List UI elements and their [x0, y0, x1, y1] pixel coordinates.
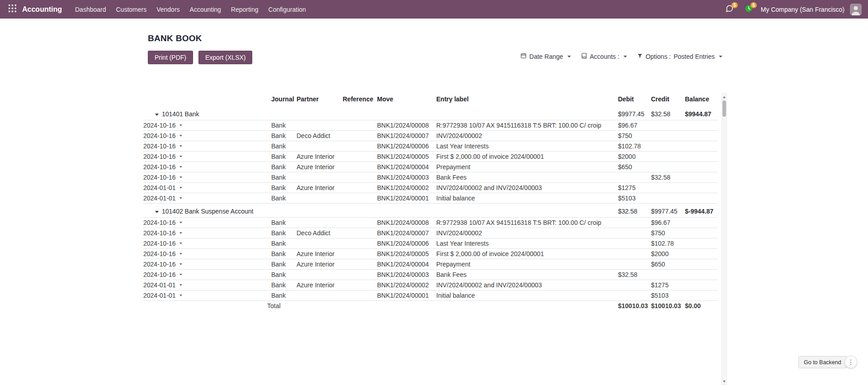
options-filter[interactable]: Options : Posted Entries	[637, 53, 722, 60]
scroll-down-icon[interactable]	[722, 379, 726, 384]
entry-move: BNK1/2024/00004	[377, 162, 436, 172]
journal-entry-row: 2024-01-01BankAzure InteriorBNK1/2024/00…	[143, 183, 718, 193]
entry-date: 2024-10-16	[143, 174, 176, 181]
entry-date-cell: 2024-10-16	[143, 228, 271, 238]
date-caret-icon	[179, 197, 182, 199]
entry-date-cell: 2024-10-16	[143, 152, 271, 162]
account-group-toggle[interactable]: 101401 Bank	[143, 106, 618, 120]
group-credit: $32.58	[651, 106, 685, 120]
entry-balance	[685, 152, 718, 162]
entry-date-dropdown[interactable]: 2024-10-16	[143, 153, 182, 160]
entry-date-dropdown[interactable]: 2024-10-16	[143, 163, 182, 171]
activities-button[interactable]: 5	[742, 3, 755, 16]
print-pdf-button[interactable]: Print (PDF)	[148, 51, 193, 64]
date-range-label: Date Range	[529, 53, 563, 60]
header-partner: Partner	[297, 93, 343, 106]
entry-reference	[343, 172, 377, 183]
entry-date-dropdown[interactable]: 2024-10-16	[143, 174, 182, 181]
user-avatar[interactable]	[850, 4, 862, 15]
entry-move: BNK1/2024/00008	[377, 120, 436, 131]
date-caret-icon	[179, 243, 182, 244]
entry-debit: $750	[618, 131, 651, 141]
entry-date-dropdown[interactable]: 2024-10-16	[143, 250, 182, 257]
entry-partner	[297, 218, 343, 228]
entry-date-dropdown[interactable]: 2024-10-16	[143, 132, 182, 139]
app-name[interactable]: Accounting	[22, 5, 62, 14]
entry-credit: $1275	[651, 280, 685, 290]
apps-menu-button[interactable]	[6, 4, 18, 15]
account-group-toggle[interactable]: 101402 Bank Suspense Account	[143, 204, 618, 218]
entry-move: BNK1/2024/00006	[377, 238, 436, 249]
scrollbar-thumb[interactable]	[722, 100, 726, 117]
date-caret-icon	[179, 253, 182, 255]
entry-date-dropdown[interactable]: 2024-01-01	[143, 184, 182, 191]
scroll-up-icon[interactable]	[722, 94, 726, 100]
total-balance: $0.00	[685, 301, 718, 311]
date-range-filter[interactable]: Date Range	[520, 52, 571, 60]
messages-button[interactable]: 5	[723, 3, 736, 16]
entry-partner: Deco Addict	[297, 228, 343, 238]
account-group-row: 101402 Bank Suspense Account$32.58$9977.…	[143, 204, 718, 218]
entry-date-dropdown[interactable]: 2024-10-16	[143, 143, 182, 150]
entry-balance	[685, 228, 718, 238]
table-scrollbar[interactable]	[722, 93, 727, 385]
entry-move: BNK1/2024/00003	[377, 172, 436, 183]
entry-credit: $2000	[651, 249, 685, 259]
date-caret-icon	[179, 232, 182, 234]
entry-debit	[618, 259, 651, 270]
account-group-row: 101401 Bank$9977.45$32.58$9944.87	[143, 106, 718, 120]
group-credit: $9977.45	[651, 204, 685, 218]
entry-date-cell: 2024-01-01	[143, 280, 271, 290]
entry-journal: Bank	[271, 162, 297, 172]
nav-item-vendors[interactable]: Vendors	[151, 0, 184, 19]
entry-journal: Bank	[271, 270, 297, 280]
entry-date-dropdown[interactable]: 2024-10-16	[143, 229, 182, 237]
date-caret-icon	[179, 145, 182, 147]
entry-reference	[343, 141, 377, 152]
company-switcher[interactable]: My Company (San Francisco)	[761, 6, 844, 13]
entry-balance	[685, 172, 718, 183]
entry-date: 2024-10-16	[143, 132, 176, 139]
entry-date-cell: 2024-10-16	[143, 120, 271, 131]
entry-date: 2024-01-01	[143, 195, 176, 202]
entry-partner: Deco Addict	[297, 131, 343, 141]
journal-entry-row: 2024-10-16BankAzure InteriorBNK1/2024/00…	[143, 259, 718, 270]
entry-date-dropdown[interactable]: 2024-01-01	[143, 195, 182, 202]
options-caret-icon	[719, 56, 722, 57]
nav-item-customers[interactable]: Customers	[111, 0, 152, 19]
entry-journal: Bank	[271, 238, 297, 249]
entry-balance	[685, 183, 718, 193]
nav-item-accounting[interactable]: Accounting	[185, 0, 226, 19]
table-header-row: Journal Partner Reference Move Entry lab…	[143, 93, 718, 106]
header-date	[143, 93, 271, 106]
entry-reference	[343, 228, 377, 238]
entry-reference	[343, 290, 377, 301]
entry-debit	[618, 280, 651, 290]
entry-partner	[297, 290, 343, 301]
entry-date-dropdown[interactable]: 2024-10-16	[143, 261, 182, 268]
entry-label: Bank Fees	[436, 172, 618, 183]
entry-credit	[651, 162, 685, 172]
date-caret-icon	[179, 135, 182, 137]
nav-item-configuration[interactable]: Configuration	[264, 0, 311, 19]
bank-book-rows: 101401 Bank$9977.45$32.58$9944.872024-10…	[143, 106, 718, 311]
kebab-menu-icon[interactable]	[844, 356, 857, 368]
nav-item-dashboard[interactable]: Dashboard	[70, 0, 111, 19]
entry-label: Initial balance	[436, 290, 618, 301]
entry-journal: Bank	[271, 141, 297, 152]
entry-date-dropdown[interactable]: 2024-01-01	[143, 281, 182, 289]
entry-date-dropdown[interactable]: 2024-10-16	[143, 240, 182, 247]
accounts-filter[interactable]: Accounts :	[581, 52, 627, 60]
entry-journal: Bank	[271, 280, 297, 290]
entry-date-dropdown[interactable]: 2024-01-01	[143, 292, 182, 299]
go-to-backend-button[interactable]: Go to Backend	[798, 356, 847, 368]
entry-credit: $5103	[651, 290, 685, 301]
entry-date-dropdown[interactable]: 2024-10-16	[143, 271, 182, 278]
entry-date-dropdown[interactable]: 2024-10-16	[143, 219, 182, 226]
nav-item-reporting[interactable]: Reporting	[226, 0, 264, 19]
entry-journal: Bank	[271, 193, 297, 204]
entry-date-dropdown[interactable]: 2024-10-16	[143, 122, 182, 129]
export-xlsx-button[interactable]: Export (XLSX)	[198, 51, 252, 64]
entry-move: BNK1/2024/00006	[377, 141, 436, 152]
journal-entry-row: 2024-10-16BankAzure InteriorBNK1/2024/00…	[143, 152, 718, 162]
